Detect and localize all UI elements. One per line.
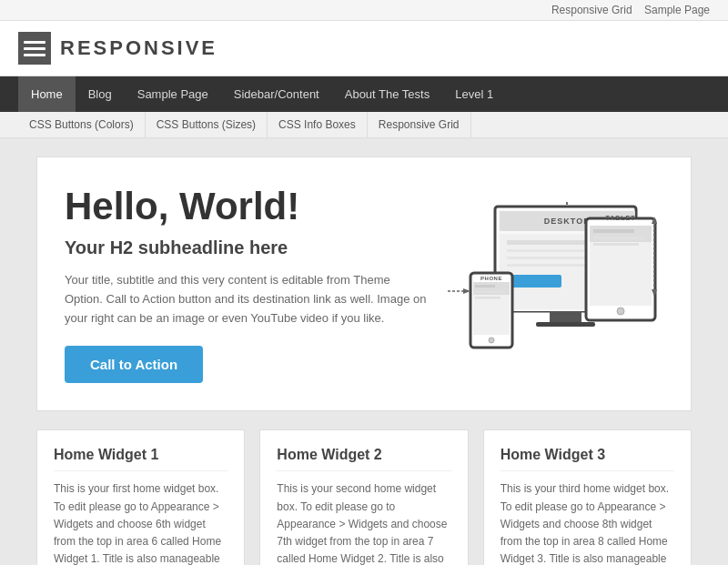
devices-svg: DESKTOP TABLET PHONE <box>445 202 663 366</box>
site-logo: RESPONSIVE <box>18 32 217 65</box>
hero-section: Hello, World! Your H2 subheadline here Y… <box>36 156 692 411</box>
nav-link-home[interactable]: Home <box>18 76 76 112</box>
widget-1: Home Widget 1 This is your first home wi… <box>36 429 245 565</box>
top-bar: Responsive Grid Sample Page <box>0 0 728 21</box>
sub-nav-list: CSS Buttons (Colors) CSS Buttons (Sizes)… <box>18 112 710 137</box>
nav-link-about[interactable]: About The Tests <box>332 76 442 112</box>
sub-nav-css-info-boxes[interactable]: CSS Info Boxes <box>268 112 368 137</box>
hero-text: Hello, World! Your H2 subheadline here Y… <box>65 185 427 383</box>
svg-rect-21 <box>475 285 495 288</box>
hero-h2: Your H2 subheadline here <box>65 237 427 258</box>
svg-rect-16 <box>593 243 639 246</box>
nav-link-sample[interactable]: Sample Page <box>125 76 221 112</box>
hero-h1: Hello, World! <box>65 185 427 228</box>
sub-nav: CSS Buttons (Colors) CSS Buttons (Sizes)… <box>0 112 728 138</box>
svg-rect-15 <box>593 237 643 239</box>
widget-2-body: This is your second home widget box. To … <box>277 480 450 565</box>
nav-link-level1[interactable]: Level 1 <box>442 76 506 112</box>
widget-2: Home Widget 2 This is your second home w… <box>259 429 468 565</box>
nav-item-level1[interactable]: Level 1 <box>442 76 506 112</box>
sub-nav-css-buttons-colors[interactable]: CSS Buttons (Colors) <box>18 112 146 137</box>
sub-nav-css-buttons-sizes[interactable]: CSS Buttons (Sizes) <box>146 112 268 137</box>
widget-1-body: This is your first home widget box. To e… <box>54 480 228 565</box>
svg-rect-22 <box>475 291 505 294</box>
nav-link-sidebar[interactable]: Sidebar/Content <box>221 76 332 112</box>
widget-1-title: Home Widget 1 <box>54 447 228 471</box>
sub-nav-link-css-info-boxes[interactable]: CSS Info Boxes <box>268 112 368 137</box>
widget-2-title: Home Widget 2 <box>277 447 450 471</box>
nav-link-blog[interactable]: Blog <box>76 76 125 112</box>
hero-devices: DESKTOP TABLET PHONE <box>445 202 663 366</box>
sub-nav-link-responsive-grid[interactable]: Responsive Grid <box>368 112 471 137</box>
phone-label: PHONE <box>480 276 502 281</box>
svg-rect-13 <box>590 226 652 242</box>
svg-rect-9 <box>550 311 581 322</box>
hero-body: Your title, subtitle and this very conte… <box>65 271 427 328</box>
svg-rect-10 <box>536 322 595 327</box>
nav-item-sidebar[interactable]: Sidebar/Content <box>221 76 332 112</box>
svg-rect-14 <box>593 229 634 233</box>
logo-text: RESPONSIVE <box>60 36 217 60</box>
nav-item-sample[interactable]: Sample Page <box>125 76 221 112</box>
nav-item-home[interactable]: Home <box>18 76 76 112</box>
svg-point-24 <box>489 338 494 343</box>
svg-rect-23 <box>475 297 500 299</box>
site-header: RESPONSIVE <box>0 21 728 76</box>
widget-3-title: Home Widget 3 <box>500 447 674 471</box>
logo-bar-1 <box>24 41 46 44</box>
nav-item-blog[interactable]: Blog <box>76 76 125 112</box>
sub-nav-link-css-buttons-sizes[interactable]: CSS Buttons (Sizes) <box>146 112 268 137</box>
main-nav: Home Blog Sample Page Sidebar/Content Ab… <box>0 76 728 112</box>
svg-rect-7 <box>507 264 598 267</box>
main-content: Hello, World! Your H2 subheadline here Y… <box>18 156 710 565</box>
desktop-label: DESKTOP <box>544 217 590 226</box>
tablet-label: TABLET <box>605 215 635 221</box>
logo-icon <box>18 32 51 65</box>
topbar-sample-page[interactable]: Sample Page <box>644 4 710 16</box>
widget-3-body: This is your third home widget box. To e… <box>500 480 674 565</box>
logo-bar-3 <box>24 54 46 56</box>
widget-3: Home Widget 3 This is your third home wi… <box>483 429 692 565</box>
nav-item-about[interactable]: About The Tests <box>332 76 442 112</box>
svg-point-17 <box>617 308 624 315</box>
main-nav-list: Home Blog Sample Page Sidebar/Content Ab… <box>18 76 710 112</box>
sub-nav-link-css-buttons-colors[interactable]: CSS Buttons (Colors) <box>18 112 146 137</box>
topbar-responsive-grid[interactable]: Responsive Grid <box>551 4 632 16</box>
svg-rect-4 <box>507 240 589 245</box>
svg-rect-8 <box>507 275 561 288</box>
cta-button[interactable]: Call to Action <box>65 346 203 383</box>
widgets-section: Home Widget 1 This is your first home wi… <box>36 429 692 565</box>
logo-bar-2 <box>24 47 46 50</box>
sub-nav-responsive-grid[interactable]: Responsive Grid <box>368 112 471 137</box>
